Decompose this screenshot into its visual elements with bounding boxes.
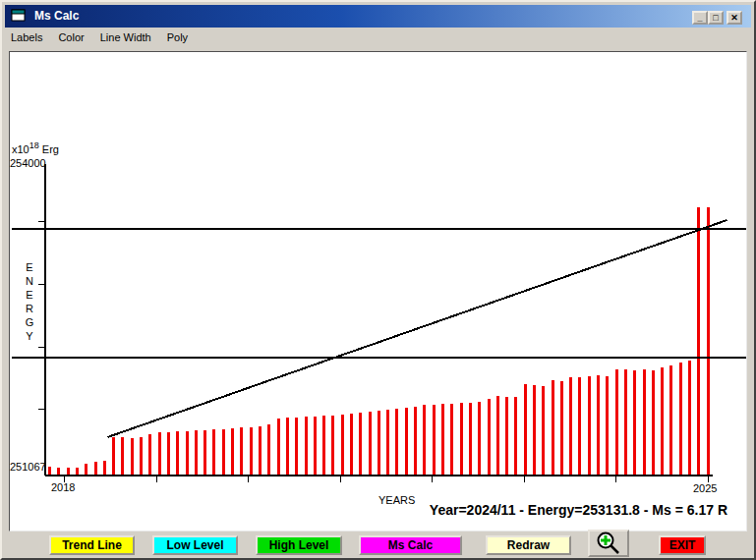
maximize-button[interactable]: □ (708, 11, 724, 25)
minimize-button[interactable]: _ (692, 11, 708, 25)
redraw-button[interactable]: Redraw (486, 535, 571, 555)
close-icon: ✕ (730, 14, 738, 23)
close-button[interactable]: ✕ (727, 11, 742, 25)
x-tick-label-2025: 2025 (693, 482, 717, 494)
menu-bar: Labels Color Line Width Poly (5, 28, 751, 46)
x-tick-label-2018: 2018 (51, 481, 75, 493)
app-window: Ms Calc _ □ ✕ Labels Color Line Width Po… (0, 0, 756, 560)
menu-item-labels[interactable]: Labels (5, 29, 50, 45)
minimize-icon: _ (697, 14, 702, 23)
y-axis-title: ENERGY (24, 261, 37, 344)
menu-item-line-width[interactable]: Line Width (92, 29, 159, 45)
y-axis-max-label: 254000 (10, 157, 46, 169)
menu-item-color[interactable]: Color (50, 29, 91, 45)
exit-button[interactable]: EXIT (659, 535, 706, 555)
title-bar[interactable]: Ms Calc _ □ ✕ (5, 5, 751, 28)
menu-item-poly[interactable]: Poly (159, 29, 196, 45)
trend-line-button[interactable]: Trend Line (49, 535, 135, 555)
zoom-button[interactable] (588, 530, 629, 557)
status-readout: Year=2024/11 - Energy=253131.8 - Ms = 6.… (430, 502, 727, 518)
x-axis-title: YEARS (378, 494, 415, 506)
low-level-button[interactable]: Low Level (152, 535, 238, 555)
chart-panel[interactable] (9, 51, 747, 532)
y-axis-min-label: 251067 (10, 461, 46, 473)
app-form-icon (11, 9, 27, 23)
high-level-button[interactable]: High Level (256, 535, 342, 555)
ms-calc-button[interactable]: Ms Calc (359, 535, 462, 555)
window-title: Ms Calc (34, 9, 79, 23)
maximize-icon: □ (713, 14, 718, 23)
y-axis-unit-label: x1018 Erg (12, 140, 59, 155)
zoom-in-magnifier-icon (596, 531, 621, 556)
